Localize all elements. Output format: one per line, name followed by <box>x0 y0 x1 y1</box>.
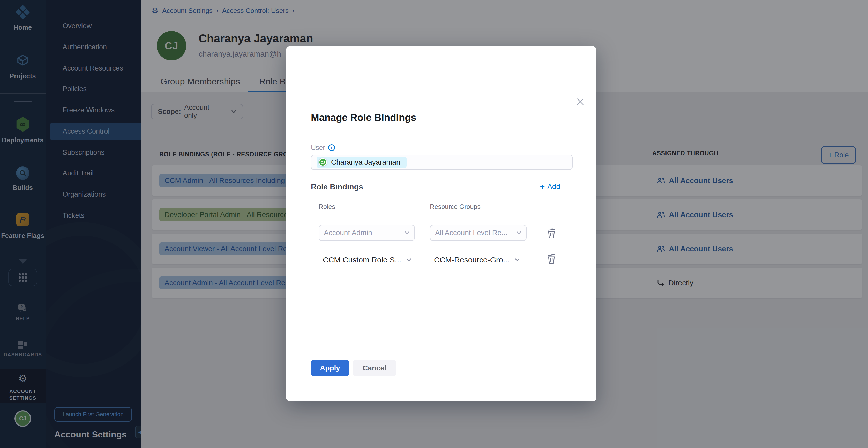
app-window: Home Projects ∞ Deployments Builds <box>0 0 868 448</box>
chevron-down-icon <box>406 258 411 262</box>
role-select-disabled[interactable]: Account Admin <box>319 225 415 241</box>
role-select[interactable]: CCM Custom Role S... <box>323 253 411 267</box>
delete-role-binding-button[interactable] <box>546 227 557 239</box>
resource-group-select-disabled[interactable]: All Account Level Re... <box>430 225 527 241</box>
delete-role-binding-button[interactable] <box>546 253 557 264</box>
manage-role-bindings-modal: Manage Role Bindings User i CJ Charanya … <box>286 46 596 402</box>
column-header-roles: Roles <box>319 203 335 211</box>
apply-button[interactable]: Apply <box>311 360 349 376</box>
info-icon[interactable]: i <box>328 144 335 151</box>
resource-group-select[interactable]: CCM-Resource-Gro... <box>434 253 520 267</box>
chevron-down-icon <box>516 231 521 235</box>
divider <box>311 217 572 218</box>
cancel-button[interactable]: Cancel <box>353 360 396 376</box>
user-field[interactable]: CJ Charanya Jayaraman <box>311 154 572 170</box>
user-field-label: User i <box>311 144 335 152</box>
close-icon[interactable] <box>576 97 585 106</box>
modal-title: Manage Role Bindings <box>311 112 416 123</box>
user-chip[interactable]: CJ Charanya Jayaraman <box>317 157 407 168</box>
chevron-down-icon <box>404 231 410 235</box>
divider <box>311 246 572 246</box>
chevron-down-icon <box>515 258 520 262</box>
role-bindings-section-title: Role Bindings <box>311 182 363 191</box>
add-role-binding-button[interactable]: + Add <box>540 182 560 191</box>
chip-avatar: CJ <box>319 158 327 166</box>
column-header-resource-groups: Resource Groups <box>430 203 480 211</box>
plus-icon: + <box>540 182 545 191</box>
